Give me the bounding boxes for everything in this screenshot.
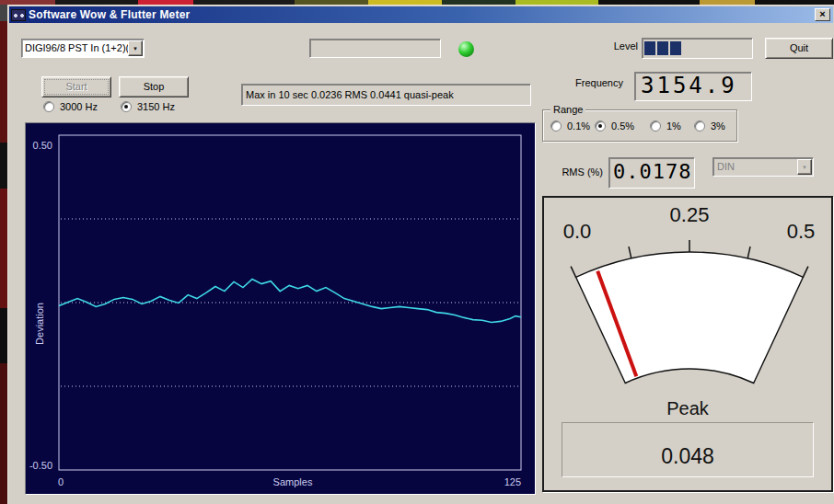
y-axis-label: Deviation <box>34 303 45 345</box>
deviation-chart-panel: 0.50 -0.50 Deviation 0 Samples 125 <box>25 122 536 495</box>
gauge-dynamic <box>571 240 808 384</box>
radio-dot[interactable] <box>550 120 562 132</box>
gauge-dial <box>576 252 804 383</box>
x-tick-0: 0 <box>58 476 64 487</box>
peak-value: 0.048 <box>661 444 714 476</box>
screen: Software Wow & Flutter Meter × DIGI96/8 … <box>0 0 834 504</box>
deviation-plot: 0.50 -0.50 Deviation 0 Samples 125 <box>26 123 535 494</box>
peak-label: Peak <box>544 398 831 419</box>
radio-range-05[interactable]: 0.5% <box>595 120 634 132</box>
level-segment <box>670 41 681 55</box>
window-title: Software Wow & Flutter Meter <box>29 8 190 21</box>
meter-scale-min: 0.0 <box>557 220 597 244</box>
gauge-tick <box>629 246 631 258</box>
app-window: Software Wow & Flutter Meter × DIGI96/8 … <box>7 5 834 504</box>
input-device-value: DIGI96/8 PST In (1+2)( <box>25 42 129 53</box>
radio-dot[interactable] <box>595 120 606 132</box>
y-tick-min: -0.50 <box>29 460 52 471</box>
deviation-waveform <box>59 280 521 323</box>
radio-dot[interactable] <box>43 101 54 112</box>
range-groupbox: Range 0.1% 0.5% 1% 3% <box>542 109 737 142</box>
radio-3000hz[interactable]: 3000 Hz <box>43 101 98 112</box>
y-tick-max: 0.50 <box>33 140 52 151</box>
analog-meter-panel: 0.0 0.25 0.5 Peak 0.048 <box>542 196 833 492</box>
level-segment <box>657 41 668 55</box>
rms-display: 0.0178 <box>608 157 695 189</box>
level-label: Level <box>601 40 638 52</box>
radio-dot[interactable] <box>694 120 705 132</box>
radio-dot[interactable] <box>650 120 661 132</box>
radio-3150hz[interactable]: 3150 Hz <box>121 101 175 112</box>
chevron-down-icon[interactable]: ▼ <box>128 40 143 56</box>
stop-button[interactable]: Stop <box>119 76 189 97</box>
focus-rect <box>44 79 109 95</box>
peak-readout-box: 0.048 <box>562 422 814 477</box>
level-segment <box>644 41 655 55</box>
status-readout: Max in 10 sec 0.0236 RMS 0.0441 quasi-pe… <box>241 84 531 106</box>
meter-scale-max: 0.5 <box>780 220 822 244</box>
radio-range-01[interactable]: 0.1% <box>550 120 590 132</box>
radio-range-05-label: 0.5% <box>611 120 634 132</box>
radio-3150hz-label: 3150 Hz <box>137 101 175 112</box>
start-button[interactable]: Start <box>41 76 111 97</box>
gauge-tick <box>747 246 750 258</box>
radio-dot[interactable] <box>121 101 132 112</box>
monitor-field[interactable] <box>309 39 441 58</box>
rms-label: RMS (%) <box>546 166 603 178</box>
close-icon[interactable]: × <box>815 8 830 21</box>
radio-range-3[interactable]: 3% <box>694 120 725 132</box>
gauge-tick <box>571 267 576 278</box>
radio-3000hz-label: 3000 Hz <box>60 101 98 112</box>
x-tick-125: 125 <box>504 476 521 487</box>
radio-range-1[interactable]: 1% <box>650 120 681 132</box>
gauge-tick <box>803 267 808 278</box>
weighting-select-disabled[interactable]: DIN ▼ <box>712 157 814 177</box>
chevron-down-icon: ▼ <box>797 159 812 175</box>
frequency-display: 3154.9 <box>634 72 752 101</box>
radio-range-1-label: 1% <box>666 120 681 132</box>
desktop-background-strip <box>0 5 7 504</box>
radio-range-01-label: 0.1% <box>567 120 590 132</box>
x-axis-label: Samples <box>273 476 313 487</box>
level-bar <box>642 38 753 59</box>
titlebar[interactable]: Software Wow & Flutter Meter × <box>9 6 833 23</box>
signal-led-indicator <box>458 41 474 57</box>
input-device-select[interactable]: DIGI96/8 PST In (1+2)( ▼ <box>21 39 145 58</box>
frequency-label: Frequency <box>561 77 623 88</box>
quit-button[interactable]: Quit <box>765 38 833 59</box>
cassette-app-icon <box>11 9 26 21</box>
meter-scale-mid: 0.25 <box>660 203 719 227</box>
radio-range-3-label: 3% <box>711 120 725 132</box>
plot-series <box>59 219 521 386</box>
weighting-value: DIN <box>717 161 735 172</box>
range-group-label: Range <box>550 104 585 115</box>
